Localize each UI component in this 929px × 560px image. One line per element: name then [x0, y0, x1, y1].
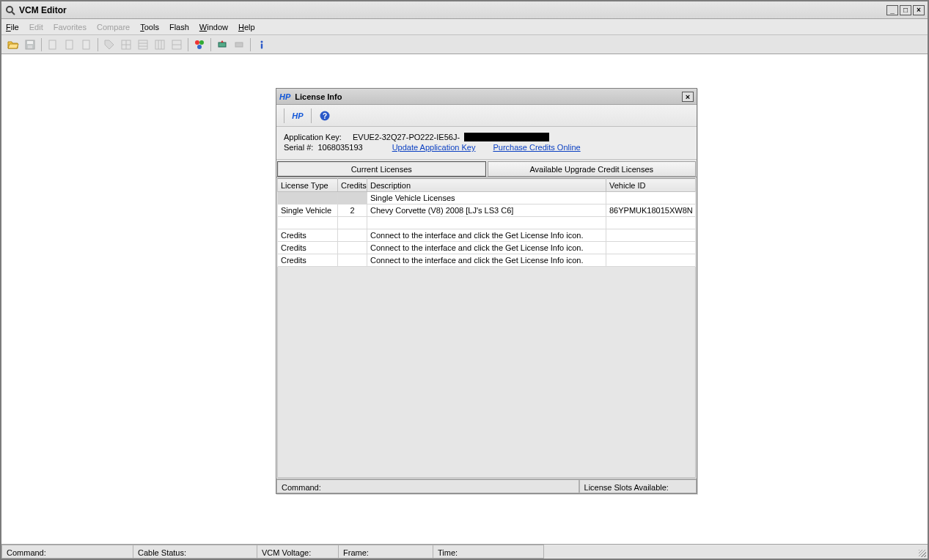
col-credits[interactable]: Credits [338, 179, 367, 192]
col-description[interactable]: Description [367, 179, 606, 192]
open-button[interactable] [6, 37, 21, 52]
grid4-button [169, 37, 184, 52]
table-row[interactable]: Credits Connect to the interface and cli… [278, 242, 696, 254]
chip-write-icon [233, 39, 245, 51]
table-row[interactable]: Single Vehicle 2 Chevy Corvette (V8) 200… [278, 205, 696, 217]
chip-read-icon [216, 39, 228, 51]
read-button[interactable] [215, 37, 230, 52]
dialog-titlebar: HP License Info × [276, 89, 697, 105]
info-button[interactable] [254, 37, 269, 52]
table-row[interactable]: Single Vehicle Licenses [278, 192, 696, 205]
menu-edit: Edit [29, 23, 43, 32]
svg-point-20 [199, 40, 204, 45]
help-button[interactable]: ? [317, 108, 332, 123]
svg-rect-25 [261, 43, 262, 48]
svg-rect-6 [66, 40, 73, 49]
svg-rect-14 [155, 40, 164, 49]
serial-label: Serial #: [284, 143, 313, 152]
workspace: HP License Info × HP ? Application Key: … [1, 54, 928, 544]
tab-available-licenses[interactable]: Available Upgrade Credit Licenses [488, 161, 697, 177]
table-row[interactable]: Credits Connect to the interface and cli… [278, 254, 696, 267]
menu-help[interactable]: Help [238, 23, 255, 32]
svg-rect-5 [49, 40, 56, 49]
tab-current-licenses[interactable]: Current Licenses [277, 161, 486, 177]
menu-file[interactable]: File [6, 23, 19, 32]
hp-icon: HP [292, 111, 303, 120]
col-vehicle-id[interactable]: Vehicle ID [606, 179, 696, 192]
table-row[interactable]: Credits Connect to the interface and cli… [278, 229, 696, 242]
dialog-status-command: Command: [276, 479, 579, 493]
grid-icon [120, 39, 132, 51]
license-grid-wrap: License Type Credits Description Vehicle… [276, 177, 697, 479]
purchase-credits-link[interactable]: Purchase Credits Online [493, 143, 580, 152]
menu-favorites: Favorites [54, 23, 87, 32]
info-icon [256, 39, 268, 51]
appkey-redacted [464, 133, 549, 141]
grid-icon [171, 39, 183, 51]
status-time: Time: [433, 545, 544, 559]
svg-point-19 [195, 40, 199, 45]
license-grid: License Type Credits Description Vehicle… [277, 178, 696, 267]
dialog-toolbar: HP ? [276, 105, 697, 127]
appkey-value: EVUE2-32Q27-PO222-IE56J- [353, 133, 460, 141]
grid1-button [119, 37, 133, 52]
document-icon [64, 39, 76, 51]
status-frame: Frame: [338, 545, 433, 559]
dialog-info-panel: Application Key: EVUE2-32Q27-PO222-IE56J… [276, 127, 697, 160]
table-row[interactable] [278, 217, 696, 229]
serial-value: 1068035193 [317, 143, 362, 152]
grid2-button [136, 37, 150, 52]
menu-compare: Compare [97, 23, 130, 32]
close-button[interactable]: × [913, 5, 925, 15]
svg-point-24 [261, 40, 263, 43]
status-cable: Cable Status: [133, 545, 257, 559]
main-titlebar: VCM Editor _ □ × [1, 1, 928, 19]
dialog-title: License Info [295, 92, 342, 101]
menu-flash[interactable]: Flash [169, 23, 189, 32]
svg-line-1 [12, 12, 15, 15]
status-command: Command: [1, 545, 133, 559]
app-title: VCM Editor [19, 5, 67, 15]
grid3-button [153, 37, 167, 52]
minimize-button[interactable]: _ [886, 5, 898, 15]
menu-tools[interactable]: Tools [140, 23, 159, 32]
dialog-status-slots: License Slots Available: [579, 479, 697, 493]
app-icon [4, 4, 16, 16]
menubar: File Edit Favorites Compare Tools Flash … [1, 19, 928, 35]
grid-empty-area [277, 267, 696, 478]
resize-grip[interactable] [916, 545, 928, 559]
save-button [23, 37, 37, 52]
update-appkey-link[interactable]: Update Application Key [392, 143, 476, 152]
document-icon [47, 39, 59, 51]
svg-rect-11 [139, 40, 147, 49]
help-icon: ? [319, 110, 331, 122]
colors-icon [194, 39, 205, 51]
menu-window[interactable]: Window [199, 23, 228, 32]
document-icon [81, 39, 92, 51]
col-license-type[interactable]: License Type [278, 179, 338, 192]
svg-point-0 [7, 7, 12, 12]
maximize-button[interactable]: □ [900, 5, 911, 15]
status-voltage: VCM Voltage: [257, 545, 339, 559]
appkey-label: Application Key: [284, 133, 342, 141]
hp-sync-button[interactable]: HP [290, 108, 305, 123]
toolbar [1, 35, 928, 54]
license-info-dialog: HP License Info × HP ? Application Key: … [276, 88, 697, 494]
hp-icon: HP [279, 92, 290, 101]
svg-text:?: ? [323, 112, 327, 120]
svg-point-21 [197, 45, 202, 49]
colors-button[interactable] [192, 37, 207, 52]
grid-icon [137, 39, 149, 51]
doc3-button [79, 37, 94, 52]
doc2-button [62, 37, 77, 52]
dialog-statusbar: Command: License Slots Available: [276, 479, 697, 493]
dialog-close-button[interactable]: × [682, 92, 694, 102]
folder-open-icon [7, 39, 19, 51]
tag-button [102, 37, 117, 52]
statusbar: Command: Cable Status: VCM Voltage: Fram… [1, 544, 928, 559]
svg-rect-22 [219, 43, 226, 47]
tag-icon [103, 39, 115, 51]
save-icon [24, 39, 36, 51]
svg-rect-23 [235, 43, 243, 47]
grid-icon [154, 39, 166, 51]
